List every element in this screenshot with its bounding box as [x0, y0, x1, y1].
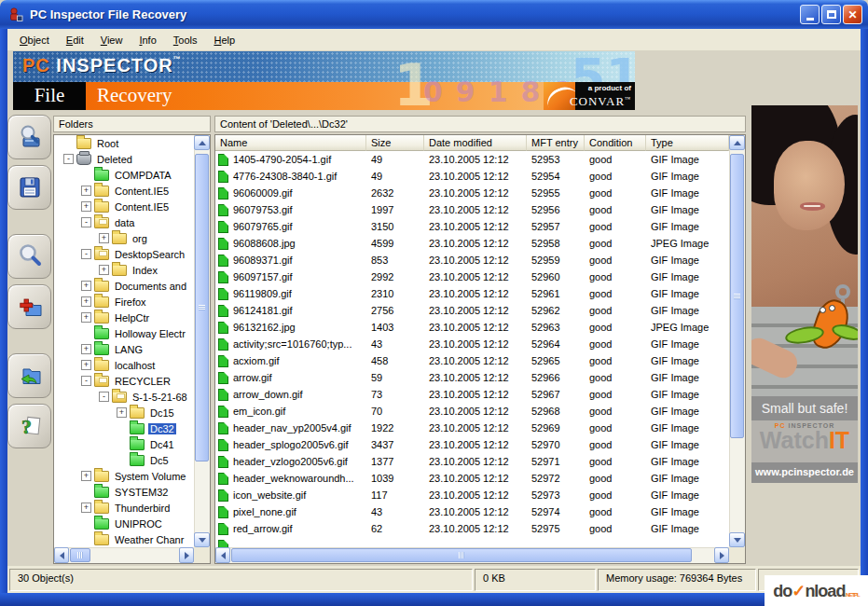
expand-toggle-icon[interactable]: - [63, 154, 74, 164]
ad-url[interactable]: www.pcinspector.de [751, 462, 858, 483]
tree-item[interactable]: + org [54, 230, 194, 246]
list-horizontal-scrollbar[interactable] [215, 547, 729, 563]
tree-item[interactable]: - data [54, 214, 194, 230]
tree-item[interactable]: + Content.IE5 [54, 183, 194, 199]
expand-toggle-icon[interactable]: - [81, 249, 91, 259]
scan-drive-button[interactable] [7, 115, 51, 159]
file-row[interactable]: 96088608.jpg 4599 23.10.2005 12:12 52958… [215, 235, 729, 252]
expand-toggle-icon[interactable]: - [99, 392, 109, 402]
column-header[interactable]: Date modified [424, 135, 527, 151]
scroll-down-button[interactable] [194, 532, 210, 547]
expand-toggle-icon[interactable]: + [81, 503, 91, 513]
expand-toggle-icon[interactable]: + [99, 265, 109, 275]
recover-button[interactable] [7, 284, 51, 329]
tree-item[interactable]: Dc32 [54, 420, 194, 436]
file-row[interactable]: 1405-4790-2054-1.gif 49 23.10.2005 12:12… [215, 151, 729, 168]
file-row[interactable]: header_weknowaroundh... 1039 23.10.2005 … [215, 470, 729, 487]
file-row[interactable]: red_arrow.gif 62 23.10.2005 12:12 52975 … [215, 520, 729, 537]
column-header[interactable]: Name [215, 135, 366, 151]
tree-item[interactable]: + System Volume [54, 468, 194, 484]
scroll-up-button[interactable] [194, 135, 210, 150]
file-row[interactable]: arrow.gif 59 23.10.2005 12:12 52966 good… [215, 369, 729, 386]
file-row[interactable]: header_nav_yp2005v4.gif 1922 23.10.2005 … [215, 420, 729, 436]
scrollbar-thumb[interactable] [730, 154, 744, 438]
tree-item[interactable]: Holloway Electr [54, 325, 194, 341]
file-row[interactable]: 96079765.gif 3150 23.10.2005 12:12 52957… [215, 218, 729, 235]
scroll-right-button[interactable] [179, 547, 194, 563]
save-button[interactable] [7, 165, 51, 210]
tree-item[interactable]: COMPDATA [54, 167, 194, 183]
file-row[interactable]: 96089371.gif 853 23.10.2005 12:12 52959 … [215, 252, 729, 269]
file-row[interactable] [215, 537, 729, 547]
file-row[interactable]: activity;src=1016760;typ... 43 23.10.200… [215, 336, 729, 352]
column-header[interactable]: Type [646, 135, 729, 151]
file-row[interactable]: header_splogo2005v6.gif 3437 23.10.2005 … [215, 436, 729, 453]
scrollbar-thumb[interactable] [70, 548, 90, 562]
file-row[interactable]: icon_website.gif 117 23.10.2005 12:12 52… [215, 487, 729, 503]
find-button[interactable] [7, 234, 51, 279]
column-header[interactable]: Condition [585, 135, 646, 151]
file-row[interactable]: 96124181.gif 2756 23.10.2005 12:12 52962… [215, 302, 729, 319]
tree-item[interactable]: + Thunderbird [54, 500, 194, 516]
menu-item[interactable]: Object [11, 33, 58, 48]
scroll-down-button[interactable] [729, 532, 745, 547]
tree-item[interactable]: + localhost [54, 357, 194, 373]
tree-item[interactable]: Weather Chanr [54, 531, 194, 547]
tree-item[interactable]: Root [54, 135, 194, 151]
column-header[interactable]: Size [366, 135, 424, 151]
file-row[interactable]: 96119809.gif 2310 23.10.2005 12:12 52961… [215, 285, 729, 302]
column-header[interactable]: MFT entry [527, 135, 585, 151]
tree-item[interactable]: - S-1-5-21-68 [54, 389, 194, 405]
maximize-button[interactable] [821, 5, 841, 24]
tree-item[interactable]: + Firefox [54, 294, 194, 310]
file-row[interactable]: pixel_none.gif 43 23.10.2005 12:12 52974… [215, 503, 729, 520]
expand-toggle-icon[interactable]: + [81, 360, 91, 370]
expand-toggle-icon[interactable]: + [99, 233, 109, 243]
tree-item[interactable]: Dc5 [54, 452, 194, 468]
expand-toggle-icon[interactable]: + [81, 201, 91, 212]
title-bar[interactable]: PC Inspector File Recovery ✕ [0, 0, 868, 29]
tree-horizontal-scrollbar[interactable] [54, 547, 194, 563]
tree-item[interactable]: + LANG [54, 341, 194, 357]
tree-item[interactable]: + HelpCtr [54, 310, 194, 325]
tree-item[interactable]: SYSTEM32 [54, 484, 194, 500]
scroll-left-button[interactable] [54, 547, 69, 563]
expand-toggle-icon[interactable]: + [81, 344, 91, 354]
file-row[interactable]: 4776-24308-3840-1.gif 49 23.10.2005 12:1… [215, 168, 729, 185]
scrollbar-thumb[interactable] [231, 548, 692, 562]
file-row[interactable]: arrow_down.gif 73 23.10.2005 12:12 52967… [215, 386, 729, 403]
close-button[interactable]: ✕ [843, 5, 862, 24]
tree-item[interactable]: Dc41 [54, 436, 194, 452]
tree-item[interactable]: - RECYCLER [54, 373, 194, 389]
tree-item[interactable]: + Dc15 [54, 405, 194, 420]
tree-item[interactable]: - DesktopSearch [54, 246, 194, 262]
file-row[interactable]: 96097157.gif 2992 23.10.2005 12:12 52960… [215, 269, 729, 285]
file-row[interactable]: acxiom.gif 458 23.10.2005 12:12 52965 go… [215, 352, 729, 369]
file-row[interactable]: em_icon.gif 70 23.10.2005 12:12 52968 go… [215, 403, 729, 420]
menu-item[interactable]: Help [205, 33, 243, 48]
expand-toggle-icon[interactable]: - [81, 217, 91, 227]
restore-button[interactable] [7, 353, 51, 398]
expand-toggle-icon[interactable]: + [81, 296, 91, 307]
tree-vertical-scrollbar[interactable] [194, 135, 210, 547]
list-vertical-scrollbar[interactable] [729, 135, 745, 547]
expand-toggle-icon[interactable]: + [117, 407, 127, 418]
file-row[interactable]: 96132162.jpg 1403 23.10.2005 12:12 52963… [215, 319, 729, 336]
minimize-button[interactable] [800, 5, 820, 24]
tree-item[interactable]: + Content.IE5 [54, 199, 194, 214]
tree-item[interactable]: + Documents and [54, 278, 194, 294]
tree-item[interactable]: + Index [54, 262, 194, 278]
expand-toggle-icon[interactable]: + [81, 471, 91, 481]
menu-item[interactable]: Info [131, 33, 164, 48]
scroll-up-button[interactable] [729, 135, 745, 150]
menu-item[interactable]: Tools [165, 33, 206, 48]
file-row[interactable]: 96060009.gif 2632 23.10.2005 12:12 52955… [215, 185, 729, 201]
scrollbar-thumb[interactable] [195, 154, 209, 461]
help-button[interactable]: ? [7, 404, 51, 448]
scroll-left-button[interactable] [215, 547, 230, 563]
expand-toggle-icon[interactable]: + [81, 281, 91, 291]
scroll-right-button[interactable] [714, 547, 729, 563]
expand-toggle-icon[interactable]: + [81, 186, 91, 196]
expand-toggle-icon[interactable]: - [81, 376, 91, 386]
menu-item[interactable]: Edit [58, 33, 92, 48]
